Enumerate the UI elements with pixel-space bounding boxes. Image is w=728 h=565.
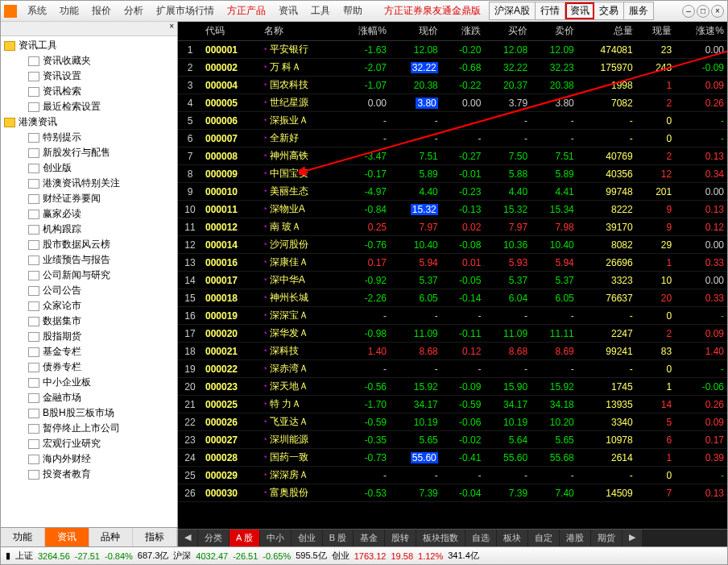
bottom-tab-期货[interactable]: 期货 bbox=[591, 530, 622, 546]
col-header[interactable]: 现价 bbox=[390, 22, 441, 41]
bottom-tab-分类[interactable]: 分类 bbox=[198, 530, 229, 546]
table-row[interactable]: 14000017* 深中华A-0.925.37-0.055.375.373323… bbox=[178, 272, 727, 289]
tree-item[interactable]: 赢家必读 bbox=[1, 206, 177, 222]
tree-item[interactable]: 最近检索设置 bbox=[1, 99, 177, 114]
col-header[interactable]: 涨速% bbox=[675, 22, 727, 41]
tree-folder[interactable]: 港澳资讯 bbox=[1, 114, 177, 130]
top-tab-服务[interactable]: 服务 bbox=[624, 2, 653, 19]
menu-分析[interactable]: 分析 bbox=[118, 2, 149, 20]
sidebar-close-icon[interactable]: × bbox=[169, 22, 174, 35]
top-tab-沪深A股[interactable]: 沪深A股 bbox=[490, 2, 536, 19]
col-header[interactable]: 涨幅% bbox=[337, 22, 390, 41]
table-row[interactable]: 18000021* 深科技1.408.680.128.688.699924183… bbox=[178, 343, 727, 360]
tree-item[interactable]: 数据集市 bbox=[1, 314, 177, 329]
bottom-tab-中小[interactable]: 中小 bbox=[260, 530, 291, 546]
tree-item[interactable]: 基金专栏 bbox=[1, 344, 177, 359]
col-header[interactable]: 名称 bbox=[261, 22, 337, 41]
table-row[interactable]: 2000002* 万 科Ａ-2.0732.22-0.6832.2232.2317… bbox=[178, 59, 727, 77]
table-row[interactable]: 8000009* 中国宝安-0.175.89-0.015.885.8940356… bbox=[178, 165, 727, 183]
col-header[interactable]: 现量 bbox=[636, 22, 676, 41]
maximize-button[interactable]: □ bbox=[697, 5, 709, 18]
col-header[interactable]: 涨跌 bbox=[441, 22, 485, 41]
menu-帮助[interactable]: 帮助 bbox=[337, 2, 368, 20]
col-header[interactable] bbox=[178, 22, 202, 41]
table-row[interactable]: 1000001* 平安银行-1.6312.08-0.2012.0812.0947… bbox=[178, 41, 727, 59]
tree-item[interactable]: 股市数据风云榜 bbox=[1, 237, 177, 252]
table-row[interactable]: 17000020* 深华发Ａ-0.9811.09-0.1111.0911.112… bbox=[178, 325, 727, 343]
sidebar-tab-指标[interactable]: 指标 bbox=[133, 528, 177, 546]
bottom-tab-板块指数[interactable]: 板块指数 bbox=[416, 530, 465, 546]
col-header[interactable]: 代码 bbox=[202, 22, 261, 41]
menu-工具[interactable]: 工具 bbox=[305, 2, 336, 20]
col-header[interactable]: 总量 bbox=[577, 22, 636, 41]
bottom-tab-股转[interactable]: 股转 bbox=[385, 530, 416, 546]
table-row[interactable]: 7000008* 神州高铁-3.477.51-0.277.507.5140769… bbox=[178, 147, 727, 165]
close-button[interactable]: × bbox=[711, 5, 724, 18]
minimize-button[interactable]: – bbox=[682, 5, 695, 18]
tree-item[interactable]: 暂停终止上市公司 bbox=[1, 421, 177, 436]
table-row[interactable]: 26000030* 富奥股份-0.537.39-0.047.397.401450… bbox=[178, 484, 727, 502]
col-header[interactable]: 买价 bbox=[484, 22, 531, 41]
sidebar-tab-功能[interactable]: 功能 bbox=[1, 528, 45, 546]
btab-left[interactable]: ◀ bbox=[178, 530, 197, 546]
sidebar-tab-品种[interactable]: 品种 bbox=[89, 528, 134, 546]
menu-功能[interactable]: 功能 bbox=[54, 2, 85, 20]
tree-item[interactable]: 港澳资讯特别关注 bbox=[1, 176, 177, 191]
tree-item[interactable]: 资讯检索 bbox=[1, 84, 177, 99]
bottom-tab-基金[interactable]: 基金 bbox=[354, 530, 384, 546]
table-row[interactable]: 3000004* 国农科技-1.0720.38-0.2220.3720.3819… bbox=[178, 77, 727, 94]
menu-报价[interactable]: 报价 bbox=[86, 2, 117, 20]
table-row[interactable]: 25000029* 深深房Ａ------0- bbox=[178, 467, 727, 484]
menu-系统[interactable]: 系统 bbox=[22, 2, 52, 20]
tree-item[interactable]: 众家论市 bbox=[1, 298, 177, 314]
menu-扩展市场行情[interactable]: 扩展市场行情 bbox=[151, 2, 220, 20]
tree-item[interactable]: 金融市场 bbox=[1, 390, 177, 405]
tree-item[interactable]: 资讯收藏夹 bbox=[1, 53, 177, 69]
table-row[interactable]: 9000010* 美丽生态-4.974.40-0.234.404.4199748… bbox=[178, 183, 727, 201]
tree-item[interactable]: 公司公告 bbox=[1, 283, 177, 298]
menu-资讯[interactable]: 资讯 bbox=[273, 2, 304, 20]
tree-item[interactable]: 股指期货 bbox=[1, 329, 177, 344]
bottom-tab-B 股[interactable]: B 股 bbox=[323, 530, 353, 546]
tree-item[interactable]: 宏观行业研究 bbox=[1, 436, 177, 451]
tree-item[interactable]: 中小企业板 bbox=[1, 375, 177, 390]
table-row[interactable]: 24000028* 国药一致-0.7355.60-0.4155.6055.682… bbox=[178, 449, 727, 467]
table-row[interactable]: 15000018* 神州长城-2.266.05-0.146.046.057663… bbox=[178, 289, 727, 307]
tree-item[interactable]: 公司新闻与研究 bbox=[1, 268, 177, 283]
col-header[interactable]: 卖价 bbox=[531, 22, 577, 41]
bottom-tab-A 股[interactable]: A 股 bbox=[230, 530, 259, 546]
table-row[interactable]: 12000014* 沙河股份-0.7610.40-0.0810.3610.408… bbox=[178, 236, 727, 254]
tree-item[interactable]: 创业版 bbox=[1, 160, 177, 176]
table-row[interactable]: 16000019* 深深宝Ａ------0- bbox=[178, 307, 727, 325]
tree-item[interactable]: 新股发行与配售 bbox=[1, 145, 177, 160]
sidebar-tab-资讯[interactable]: 资讯 bbox=[45, 528, 89, 546]
menu-方正产品[interactable]: 方正产品 bbox=[221, 2, 271, 20]
tree-item[interactable]: 海内外财经 bbox=[1, 451, 177, 467]
table-row[interactable]: 10000011* 深物业A-0.8415.32-0.1315.3215.348… bbox=[178, 201, 727, 218]
tree-item[interactable]: 机构跟踪 bbox=[1, 222, 177, 237]
tree-item[interactable]: B股H股三板市场 bbox=[1, 405, 177, 421]
top-tab-交易[interactable]: 交易 bbox=[594, 2, 624, 19]
tree-folder[interactable]: 资讯工具 bbox=[1, 38, 177, 53]
bottom-tab-港股[interactable]: 港股 bbox=[560, 530, 590, 546]
top-tab-资讯[interactable]: 资讯 bbox=[565, 2, 594, 19]
bottom-tab-创业[interactable]: 创业 bbox=[292, 530, 322, 546]
tree-item[interactable]: 资讯设置 bbox=[1, 69, 177, 84]
table-row[interactable]: 5000006* 深振业Ａ------0- bbox=[178, 112, 727, 130]
tree-item[interactable]: 财经证券要闻 bbox=[1, 191, 177, 206]
table-row[interactable]: 23000027* 深圳能源-0.355.65-0.025.645.651097… bbox=[178, 431, 727, 449]
table-row[interactable]: 22000026* 飞亚达Ａ-0.5910.19-0.0610.1910.203… bbox=[178, 413, 727, 431]
top-tab-行情[interactable]: 行情 bbox=[536, 2, 565, 19]
tree-item[interactable]: 债券专栏 bbox=[1, 359, 177, 375]
table-row[interactable]: 19000022* 深赤湾Ａ------0- bbox=[178, 360, 727, 378]
tree-item[interactable]: 特别提示 bbox=[1, 130, 177, 145]
bottom-tab-板块[interactable]: 板块 bbox=[497, 530, 527, 546]
tree-item[interactable]: 业绩预告与报告 bbox=[1, 252, 177, 268]
table-row[interactable]: 11000012* 南 玻Ａ0.257.970.027.977.98391709… bbox=[178, 218, 727, 236]
table-row[interactable]: 21000025* 特 力Ａ-1.7034.17-0.5934.1734.181… bbox=[178, 396, 727, 413]
bottom-tab-自选[interactable]: 自选 bbox=[465, 530, 496, 546]
table-row[interactable]: 20000023* 深天地Ａ-0.5615.92-0.0915.9015.921… bbox=[178, 378, 727, 396]
table-row[interactable]: 4000005* 世纪星源0.003.800.003.793.80708220.… bbox=[178, 94, 727, 112]
tree-item[interactable]: 投资者教育 bbox=[1, 467, 177, 482]
bottom-tab-自定[interactable]: 自定 bbox=[528, 530, 559, 546]
